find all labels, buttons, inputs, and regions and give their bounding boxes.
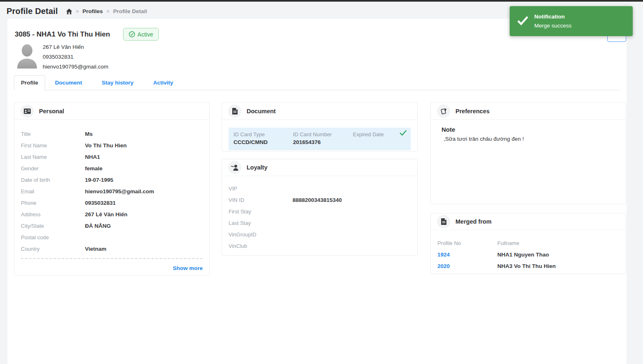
field-first-stay: First Stay (229, 206, 411, 217)
loyalty-card-title: Loyalty (247, 164, 268, 171)
field-address: Address267 Lê Văn Hiến (21, 208, 203, 220)
id-card-icon (21, 105, 34, 118)
main-container: 3085 - NHA1 Vo Thi Thu Hien Active 267 L… (7, 19, 627, 364)
merged-profile-name: NHA1 Nguyen Thao (497, 252, 619, 258)
preferences-card-title: Preferences (455, 108, 490, 114)
tab-profile[interactable]: Profile (14, 75, 45, 90)
field-last-name: Last NameNHA1 (21, 151, 203, 163)
field-date-of-birth: Date of birth19-07-1995 (21, 174, 203, 185)
profile-name: 3085 - NHA1 Vo Thi Thu Hien (15, 30, 110, 39)
top-bar (0, 0, 643, 2)
merged-row: 2020 NHA3 Vo Thi Thu Hien (437, 260, 619, 272)
profile-email: hienvo190795@gmail.com (43, 62, 108, 72)
merged-from-card-header: Merged from (431, 213, 626, 230)
loyalty-card-header: Loyalty (222, 159, 417, 176)
breadcrumb: > Profiles > Profile Detail (66, 8, 147, 14)
notification-toast[interactable]: Notification Merge success (510, 6, 633, 36)
breadcrumb-separator: > (107, 9, 110, 14)
field-vinclub: VinClub (229, 240, 411, 252)
field-vin-id: VIN ID8888200343815340 (229, 194, 411, 206)
tab-stay-history[interactable]: Stay history (92, 76, 143, 90)
status-badge-label: Active (137, 31, 153, 38)
field-email: Emailhienvo190795@gmail.com (21, 185, 203, 197)
tab-activity[interactable]: Activity (143, 76, 183, 90)
field-country: CountryVietnam (21, 243, 203, 254)
file-icon (228, 105, 241, 118)
merged-from-card-title: Merged from (455, 218, 492, 225)
field-city-state: City/StateĐÀ NẴNG (21, 220, 203, 231)
merged-col-fullname: Fullname (497, 240, 619, 246)
doc-type-value: CCCD/CMND (233, 138, 293, 147)
note-label: Note (442, 126, 619, 133)
document-card-title: Document (247, 108, 276, 114)
show-more-link[interactable]: Show more (173, 265, 203, 271)
check-circle-icon (129, 31, 135, 37)
doc-col-number-label: ID Card Number (293, 130, 353, 138)
member-icon (228, 161, 241, 174)
merged-table-header: Profile No Fullname (437, 237, 619, 249)
merged-profile-name: NHA3 Vo Thi Thu Hien (497, 263, 619, 269)
preferences-card: Preferences Note ,Sữa tươi trân châu đườ… (430, 103, 626, 204)
document-card: Document ID Card Type ID Card Number Exp… (222, 103, 418, 151)
breadcrumb-current: Profile Detail (113, 8, 147, 14)
tab-bar: Profile Document Stay history Activity (14, 75, 620, 90)
profile-address: 267 Lê Văn Hiến (43, 42, 108, 52)
profile-contact-block: 267 Lê Văn Hiến 0935032831 hienvo190795@… (43, 42, 108, 72)
note-text: ,Sữa tươi trân châu đường đen ! (444, 136, 619, 142)
tab-document[interactable]: Document (45, 76, 92, 90)
field-vingroupid: VinGroupID (229, 229, 411, 240)
personal-card-header: Personal (14, 103, 209, 120)
field-phone: Phone0935032831 (21, 197, 203, 208)
preferences-card-header: Preferences (431, 103, 626, 120)
merged-col-profile-no: Profile No (437, 240, 497, 246)
toast-title: Notification (534, 14, 572, 20)
profile-phone: 0935032831 (43, 52, 108, 62)
field-last-stay: Last Stay (229, 217, 411, 229)
home-icon[interactable] (66, 9, 72, 14)
field-gender: Genderfemale (21, 163, 203, 174)
merged-from-card: Merged from Profile No Fullname 1924 NHA… (430, 213, 626, 274)
doc-number-value: 201654376 (293, 138, 353, 147)
document-card-header: Document (222, 103, 417, 120)
toast-message: Merge success (534, 23, 572, 29)
avatar (16, 42, 39, 69)
check-icon (400, 130, 407, 137)
breadcrumb-profiles[interactable]: Profiles (82, 8, 103, 14)
field-title: TitleMs (21, 128, 203, 140)
personal-card: Personal TitleMs First NameVo Thi Thu Hi… (14, 103, 210, 276)
merged-profile-link[interactable]: 1924 (437, 252, 497, 258)
field-vip: VIP (229, 183, 411, 194)
doc-expired-value (353, 138, 406, 147)
notes-icon (437, 105, 450, 118)
doc-col-type-label: ID Card Type (233, 130, 293, 138)
field-postal-code: Postal code (21, 231, 203, 243)
merged-row: 1924 NHA1 Nguyen Thao (437, 249, 619, 260)
field-first-name: First NameVo Thi Thu Hien (21, 140, 203, 151)
personal-card-title: Personal (39, 108, 64, 114)
page-title: Profile Detail (7, 7, 58, 16)
breadcrumb-separator: > (76, 9, 79, 14)
loyalty-card: Loyalty VIP VIN ID8888200343815340 First… (222, 159, 418, 256)
doc-col-expired-label: Expired Date (353, 130, 406, 138)
page-header: Profile Detail > Profiles > Profile Deta… (7, 7, 147, 16)
check-icon (517, 16, 529, 27)
merged-profile-link[interactable]: 2020 (437, 263, 497, 269)
file-icon (437, 215, 450, 228)
document-row[interactable]: ID Card Type ID Card Number Expired Date… (229, 128, 411, 150)
status-badge: Active (123, 28, 159, 41)
